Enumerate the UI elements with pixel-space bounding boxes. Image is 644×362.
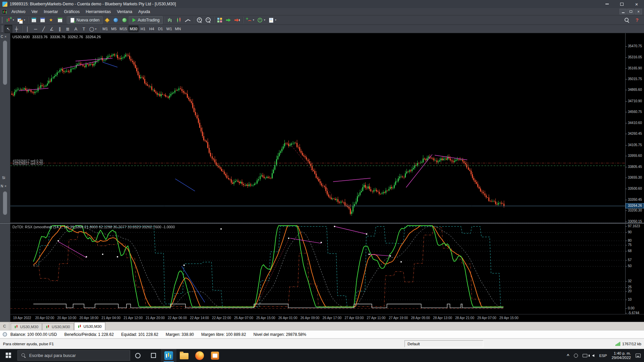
account-field: Margen libre: 100 889.82 [201,332,246,337]
indicator-tick: 80 [626,239,632,243]
indicator-tick: 20 [626,289,632,293]
tray-icon-app[interactable] [574,354,578,358]
metatrader-icon [164,351,173,360]
profile-selector[interactable]: Default [405,340,483,347]
time-tick: 27 Apr 19:00 [389,316,408,320]
price-tick: 34410.60 [626,121,642,125]
tab-label: US30,M30 [52,325,70,329]
time-tick: 22 Apr 22:00 [212,316,231,320]
account-field: Nivel del margen: 29878.58% [253,332,306,337]
price-tick: 34560.75 [626,110,642,114]
taskbar-search-input[interactable]: Escribe aquí para buscar [17,350,130,361]
cortana-button[interactable] [130,349,146,362]
account-field: Equidad: 101 228.62 [121,332,158,337]
time-tick: 20 Apr 02:00 [35,316,54,320]
price-tick: 33350.45 [626,198,642,202]
price-tick: 33805.45 [626,165,642,169]
candlestick-icon [78,325,82,328]
indicator-tick: 0.00 [626,306,634,310]
price-tick: 33955.60 [626,154,642,158]
price-tick: 34710.90 [626,99,642,103]
indicator-tick: 97.1623 [626,224,640,228]
tray-icon-volume[interactable] [592,354,594,357]
tray-icon-network[interactable] [583,354,587,357]
indicator-tick: 25 [626,285,632,289]
action-center-icon[interactable] [636,354,641,358]
time-tick: 26 Apr 01:00 [278,316,298,320]
task-view-icon [151,353,156,358]
indicator-tick: 10 [626,298,632,302]
time-tick: 22 Apr 14:00 [190,316,209,320]
price-tick: 35470.75 [626,44,642,48]
connection-status: 1767/12 kb [615,342,641,346]
price-tick: 34865.60 [626,88,642,92]
firefox-icon [195,351,204,360]
taskbar-app-explorer[interactable] [176,349,192,362]
windows-logo-icon [6,353,11,358]
time-tick: 21 Apr 20:00 [146,316,165,320]
language-indicator[interactable]: ESP [599,354,607,358]
candlestick-icon [14,325,18,328]
indicator-axis[interactable]: 97.1623908075685750322520100.00-5.6744 [626,224,644,314]
time-tick: 28 Apr 05:00 [411,316,430,320]
indicator-tick: 50 [626,264,632,268]
chart-tab-0[interactable]: US30,M30 [11,323,42,330]
chart-area: US30,M30 33323.76 33336.76 33262.76 3326… [0,0,644,362]
price-tick: 33500.60 [626,187,642,191]
indicator-tick: 32 [626,279,632,283]
time-tick: 20 Apr 18:00 [79,316,99,320]
status-bar: Para obtener ayuda, pulse F1 Default 176… [0,338,644,349]
time-tick: 21 Apr 12:00 [124,316,143,320]
price-tick: 35015.75 [626,77,642,81]
price-chart-canvas[interactable] [10,33,626,223]
indicator-canvas[interactable] [10,224,626,314]
time-tick: 26 Apr 09:00 [301,316,320,320]
price-tick: 34260.45 [626,132,642,136]
taskbar-app-metatrader[interactable] [161,349,176,362]
taskbar-clock[interactable]: 1:40 p. m. 29/04/2022 [611,351,631,360]
time-tick: 25 Apr 07:00 [234,316,253,320]
indicator-label: DzTDI: RSX (smoothed) (14,1, 14) 39.2398… [12,225,175,229]
time-tick: 29 Apr 15:00 [499,316,519,320]
time-axis[interactable]: 19 Apr 202220 Apr 02:0020 Apr 10:0020 Ap… [10,314,644,322]
connection-bars-icon [615,342,620,346]
time-tick: 27 Apr 03:00 [345,316,364,320]
time-tick: 20 Apr 10:00 [57,316,76,320]
application-window: 19989315: BlueberryMarkets-Demo - Cuenta… [0,0,644,362]
tray-expand-chevron[interactable]: ^ [567,353,570,358]
time-tick: 26 Apr 17:00 [323,316,342,320]
taskbar-app-firefox[interactable] [192,349,207,362]
office-app-icon [211,352,219,360]
price-tick: 33200.30 [626,208,642,213]
indicator-tick: 90 [626,230,632,234]
price-axis[interactable]: 35470.7535316.0535165.9035015.7534865.60… [626,33,644,223]
start-button[interactable] [0,349,17,362]
account-summary-bar: Balance: 100 000.00 USDBeneficio/Pérdida… [0,330,644,338]
price-tick: 35316.05 [626,55,642,59]
file-explorer-icon [180,353,189,359]
collapsed-panel-terminal[interactable]: C [0,322,9,330]
chart-tab-bar: C US30,M30US30,M30US30,M30 [0,322,644,330]
chart-tab-1[interactable]: US30,M30 [42,323,73,330]
account-field: Balance: 100 000.00 USD [10,332,57,337]
time-tick: 29 Apr 07:00 [477,316,496,320]
status-help-text: Para obtener ayuda, pulse F1 [0,342,54,346]
indicator-tick: 75 [626,243,632,247]
time-tick: 25 Apr 15:00 [256,316,275,320]
time-tick: 22 Apr 06:00 [168,316,187,320]
order-line-label[interactable]: #32926817 sell 0.20 [13,162,43,166]
search-icon [21,353,26,358]
time-tick: 28 Apr 21:00 [455,316,474,320]
price-tick: 35165.90 [626,66,642,70]
account-field: Beneficio/Pérdida: 1 228.62 [64,332,114,337]
price-tick: 33050.15 [626,220,642,224]
chart-ohlc-label: US30,M30 33323.76 33336.76 33262.76 3326… [12,35,101,39]
time-tick: 27 Apr 11:00 [367,316,385,320]
chart-tab-2[interactable]: US30,M30 [74,322,105,330]
tab-label: US30,M30 [84,324,102,328]
price-tick: 33655.30 [626,176,642,180]
taskbar-app-office[interactable] [207,349,223,362]
time-tick: 21 Apr 04:00 [102,316,121,320]
time-tick: 19 Apr 2022 [13,316,31,320]
task-view-button[interactable] [146,349,161,362]
